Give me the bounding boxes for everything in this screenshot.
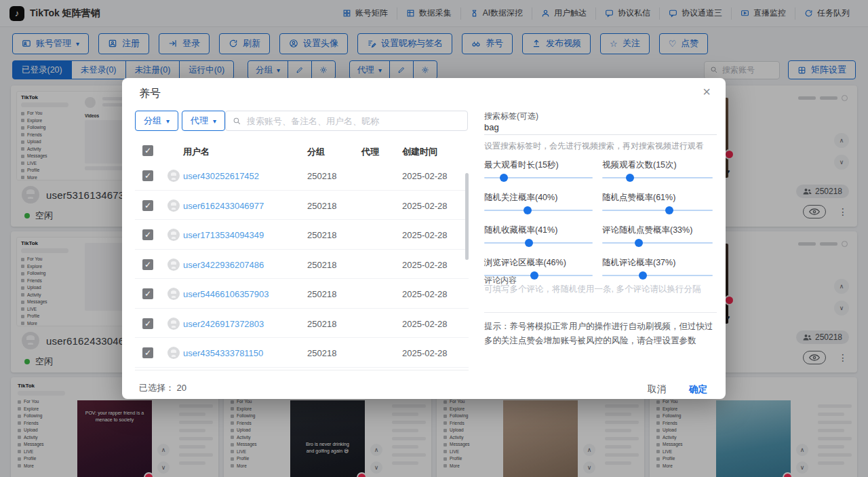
avatar xyxy=(167,170,180,182)
chevron-down-icon: ▾ xyxy=(213,117,216,125)
row-username[interactable]: user54466106357903 xyxy=(183,289,269,299)
close-icon[interactable]: × xyxy=(703,83,711,100)
slider-thumb[interactable] xyxy=(524,206,532,214)
slider-label: 评论随机点赞概率(33%) xyxy=(602,222,717,236)
cancel-button[interactable]: 取消 xyxy=(648,383,666,396)
table-scrollbar[interactable] xyxy=(465,173,469,260)
slider-thumb[interactable] xyxy=(639,271,647,280)
modal-actions: 取消 确定 xyxy=(638,377,717,402)
slider-thumb[interactable] xyxy=(525,239,533,247)
slider-cell: 随机收藏概率(41%) xyxy=(484,222,597,254)
slider-cell: 随机点赞概率(61%) xyxy=(602,189,717,222)
row-checkbox[interactable] xyxy=(142,347,153,358)
table-row[interactable]: user430252617452 250218 2025-02-28 xyxy=(135,161,469,191)
modal-search-input[interactable] xyxy=(247,116,460,126)
table-row[interactable]: user3422936207486 250218 2025-02-28 xyxy=(135,250,469,280)
selected-count: 已选择： 20 xyxy=(139,382,186,394)
row-username[interactable]: user2426917372803 xyxy=(183,319,264,329)
tag-input[interactable] xyxy=(484,120,717,135)
row-checkbox[interactable] xyxy=(142,288,153,299)
row-created: 2025-02-28 xyxy=(402,260,448,270)
search-icon xyxy=(233,117,241,126)
row-username[interactable]: user4354333781150 xyxy=(183,348,263,358)
row-group: 250218 xyxy=(307,230,336,240)
divider xyxy=(484,312,717,313)
row-checkbox[interactable] xyxy=(142,259,153,270)
slider[interactable] xyxy=(484,177,593,178)
modal-proxy-dropdown[interactable]: 代理▾ xyxy=(182,111,225,131)
slider-cell: 随机关注概率(40%) xyxy=(484,189,597,222)
confirm-button[interactable]: 确定 xyxy=(689,383,707,396)
row-created: 2025-02-28 xyxy=(402,201,448,211)
slider-thumb[interactable] xyxy=(500,174,508,182)
row-group: 250218 xyxy=(307,171,336,181)
row-username[interactable]: user1713534094349 xyxy=(183,230,264,240)
slider-label: 最大观看时长(15秒) xyxy=(484,157,597,171)
row-group: 250218 xyxy=(307,319,336,329)
table-row[interactable]: user6162433046977 250218 2025-02-28 xyxy=(135,191,469,221)
row-username[interactable]: user6162433046977 xyxy=(183,201,264,211)
row-checkbox[interactable] xyxy=(142,229,153,240)
row-checkbox[interactable] xyxy=(142,170,153,181)
row-group: 250218 xyxy=(307,348,336,358)
slider-cell: 最大观看时长(15秒) xyxy=(484,157,597,189)
avatar xyxy=(167,347,180,359)
slider-thumb[interactable] xyxy=(665,206,673,214)
modal-group-dropdown[interactable]: 分组▾ xyxy=(135,111,178,131)
slider-cell: 视频观看次数(15次) xyxy=(602,157,717,189)
tag-hint: 设置搜索标签时，会先进行视频搜索，再对搜索视频进行观看 xyxy=(484,140,717,152)
avatar xyxy=(167,199,180,212)
row-created: 2025-02-28 xyxy=(402,289,448,299)
modal-account-search[interactable] xyxy=(225,111,468,131)
avatar xyxy=(167,288,180,300)
avatar xyxy=(167,229,180,241)
row-checkbox[interactable] xyxy=(142,318,153,329)
table-row[interactable]: user4354333781150 250218 2025-02-28 xyxy=(135,338,469,368)
slider-cell: 评论随机点赞概率(33%) xyxy=(602,222,717,254)
slider[interactable] xyxy=(602,210,713,211)
row-group: 250218 xyxy=(307,260,336,270)
comment-textarea[interactable] xyxy=(484,284,717,308)
chevron-down-icon: ▾ xyxy=(166,117,170,125)
row-created: 2025-02-28 xyxy=(402,171,448,181)
slider-thumb[interactable] xyxy=(530,271,538,280)
row-username[interactable]: user430252617452 xyxy=(183,171,259,181)
slider-label: 随机评论概率(37%) xyxy=(602,254,717,269)
table-row[interactable]: user1713534094349 250218 2025-02-28 xyxy=(135,220,469,250)
slider[interactable] xyxy=(602,177,713,178)
slider[interactable] xyxy=(484,210,593,211)
row-username[interactable]: user3422936207486 xyxy=(183,260,264,270)
row-created: 2025-02-28 xyxy=(402,230,448,240)
slider-label: 随机收藏概率(41%) xyxy=(484,222,597,236)
app-window: ♪ TikTok 矩阵营销 账号矩阵 数据采集 AI数据深挖 用户触达 协议私信 xyxy=(0,0,868,477)
row-group: 250218 xyxy=(307,201,336,211)
tip-text: 提示：养号将模拟正常用户的操作进行自动刷视频，但过快过多的关注点赞会增加账号被风… xyxy=(484,320,718,348)
slider[interactable] xyxy=(602,275,713,276)
table-header: 用户名 分组 代理 创建时间 xyxy=(135,143,469,161)
slider-label: 视频观看次数(15次) xyxy=(602,157,717,171)
slider-cell: 随机评论概率(37%) xyxy=(602,254,717,287)
select-all-checkbox[interactable] xyxy=(142,145,153,156)
divider xyxy=(135,370,469,370)
table-row[interactable]: user2426917372803 250218 2025-02-28 xyxy=(135,309,469,339)
nurture-modal: 养号 × 分组▾ 代理▾ 用户名 分组 代理 创建时间 user4 xyxy=(122,78,726,399)
account-table: user430252617452 250218 2025-02-28 user6… xyxy=(135,161,469,368)
row-checkbox[interactable] xyxy=(142,200,153,211)
table-row[interactable]: user54466106357903 250218 2025-02-28 xyxy=(135,279,469,309)
slider-label: 随机关注概率(40%) xyxy=(484,189,597,204)
slider[interactable] xyxy=(484,242,593,244)
slider-label: 随机点赞概率(61%) xyxy=(602,189,717,204)
slider-thumb[interactable] xyxy=(635,239,643,247)
row-created: 2025-02-28 xyxy=(402,319,448,329)
slider-label: 浏览评论区概率(46%) xyxy=(484,254,597,269)
avatar xyxy=(167,318,180,330)
slider-grid: 最大观看时长(15秒) 视频观看次数(15次) 随机关注概率(40%) xyxy=(484,157,717,287)
slider-thumb[interactable] xyxy=(626,174,634,182)
modal-title: 养号 xyxy=(139,87,161,101)
avatar xyxy=(167,259,180,271)
row-group: 250218 xyxy=(307,289,336,299)
slider[interactable] xyxy=(602,242,713,244)
row-created: 2025-02-28 xyxy=(402,348,448,358)
